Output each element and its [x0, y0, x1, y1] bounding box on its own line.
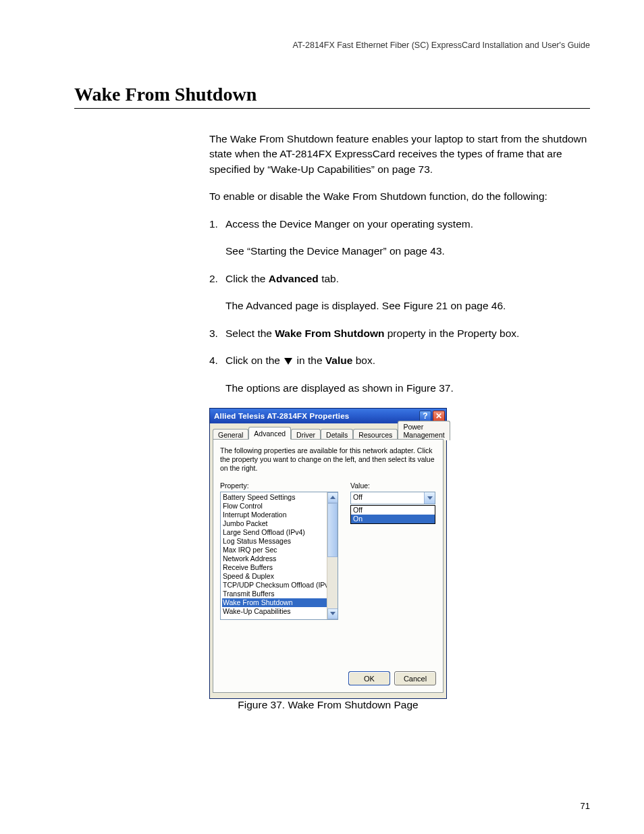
- property-listbox[interactable]: Battery Speed Settings Flow Control Inte…: [220, 492, 338, 620]
- step-text-mid: in the: [294, 355, 325, 366]
- chevron-up-icon: [330, 496, 336, 499]
- step-bold: Advanced: [269, 273, 319, 284]
- scroll-up-button[interactable]: [327, 492, 338, 503]
- tab-strip: General Advanced Driver Details Resource…: [213, 426, 444, 440]
- properties-dialog: Allied Telesis AT-2814FX Properties ? ✕ …: [209, 408, 447, 699]
- close-button[interactable]: ✕: [433, 411, 445, 422]
- step-number: 4.: [209, 353, 225, 396]
- tab-advanced[interactable]: Advanced: [248, 427, 291, 440]
- list-item[interactable]: Max IRQ per Sec: [222, 546, 338, 554]
- step-text-pre: Click on the: [225, 355, 283, 366]
- step-text-post: box.: [352, 355, 375, 366]
- step-text-post: tab.: [319, 273, 339, 284]
- step-text-pre: Click the: [225, 273, 269, 284]
- list-item[interactable]: Large Send Offload (IPv4): [222, 528, 338, 537]
- step-number: 1.: [209, 217, 225, 259]
- intro-paragraph: The Wake From Shutdown feature enables y…: [209, 132, 590, 177]
- scroll-thumb[interactable]: [327, 503, 338, 557]
- step-number: 2.: [209, 271, 225, 314]
- cancel-button[interactable]: Cancel: [394, 671, 436, 685]
- list-item[interactable]: Interrupt Moderation: [222, 511, 338, 519]
- step-after: The options are displayed as shown in Fi…: [225, 381, 590, 396]
- step-number: 3.: [209, 326, 225, 341]
- ok-button[interactable]: OK: [348, 671, 390, 685]
- step-after: The Advanced page is displayed. See Figu…: [225, 298, 590, 313]
- value-selected: Off: [351, 492, 424, 504]
- list-item-selected[interactable]: Wake From Shutdown: [222, 598, 338, 607]
- step-after: See “Starting the Device Manager” on pag…: [225, 244, 590, 259]
- dropdown-item[interactable]: Off: [351, 506, 435, 515]
- list-item[interactable]: Transmit Buffers: [222, 590, 338, 598]
- listbox-scrollbar[interactable]: [327, 492, 338, 619]
- chevron-down-icon: [427, 496, 433, 500]
- dialog-title: Allied Telesis AT-2814FX Properties: [214, 412, 418, 420]
- combobox-dropdown-button[interactable]: [424, 492, 435, 504]
- list-item[interactable]: Speed & Duplex: [222, 572, 338, 581]
- dialog-instructions: The following properties are available f…: [220, 446, 436, 473]
- step-bold: Wake From Shutdown: [275, 328, 384, 339]
- list-item[interactable]: Network Address: [222, 554, 338, 563]
- lead-paragraph: To enable or disable the Wake From Shutd…: [209, 189, 590, 204]
- page-number: 71: [581, 801, 590, 811]
- running-header: AT-2814FX Fast Ethernet Fiber (SC) Expre…: [74, 41, 590, 50]
- chevron-down-icon: [330, 612, 336, 615]
- step-text-pre: Select the: [225, 328, 275, 339]
- list-item[interactable]: TCP/UDP Checksum Offload (IPv4): [222, 581, 338, 590]
- scroll-down-button[interactable]: [327, 608, 338, 619]
- tab-panel-advanced: The following properties are available f…: [213, 439, 444, 693]
- step-bold: Value: [325, 355, 353, 366]
- figure-caption: Figure 37. Wake From Shutdown Page: [209, 699, 447, 711]
- section-title: Wake From Shutdown: [74, 84, 590, 109]
- help-button[interactable]: ?: [419, 411, 431, 422]
- list-item[interactable]: Log Status Messages: [222, 537, 338, 546]
- value-dropdown[interactable]: Off On: [350, 505, 435, 524]
- list-item[interactable]: Wake-Up Capabilities: [222, 607, 338, 616]
- tab-power-management[interactable]: Power Management: [398, 421, 450, 440]
- property-label: Property:: [220, 481, 338, 490]
- list-item[interactable]: Battery Speed Settings: [222, 493, 338, 502]
- step-text: Access the Device Manger on your operati…: [225, 218, 473, 230]
- step-text-post: property in the Property box.: [384, 328, 519, 339]
- list-item[interactable]: Jumbo Packet: [222, 519, 338, 528]
- list-item[interactable]: Receive Buffers: [222, 563, 338, 572]
- value-label: Value:: [350, 481, 436, 490]
- list-item[interactable]: Flow Control: [222, 502, 338, 511]
- dropdown-item-highlighted[interactable]: On: [351, 515, 435, 523]
- value-combobox[interactable]: Off: [350, 492, 435, 504]
- triangle-down-icon: [284, 358, 292, 365]
